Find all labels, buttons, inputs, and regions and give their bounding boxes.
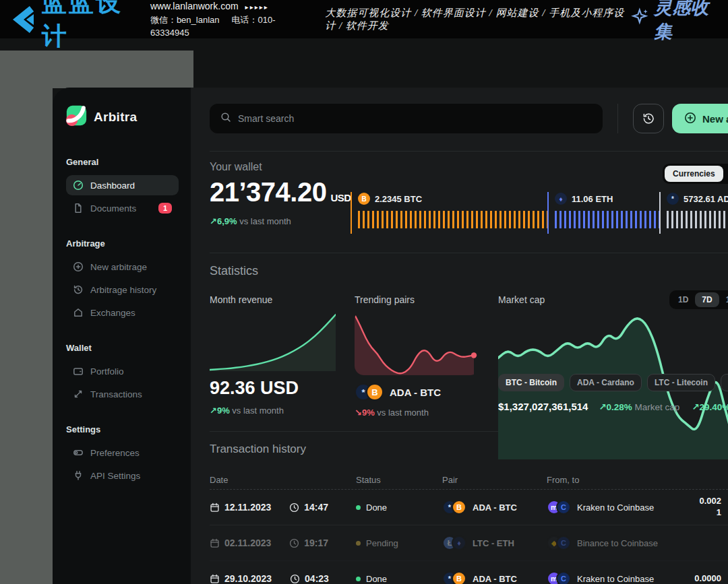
wallet-segment-btc: B2.2345 BTC [351, 192, 547, 234]
wallet-view-tabs: Currencies Exchanges [663, 164, 728, 184]
status-dot [356, 541, 361, 546]
tx-date: 02.11.2023 [224, 538, 271, 548]
trending-pairs-label: Trending pairs [355, 294, 479, 305]
plus-circle-icon [73, 261, 84, 272]
exchange-icons: mC [547, 571, 571, 584]
table-row[interactable]: 02.11.2023 19:17 Pending Ł♦LTC - ETH ◆CB… [210, 525, 728, 561]
range-1d[interactable]: 1D [671, 292, 695, 307]
plus-circle-icon [684, 112, 696, 126]
sidebar-item-portfolio[interactable]: Portfolio [66, 361, 179, 381]
tx-amount: 0.0000 [681, 573, 728, 584]
banner-services: 大数据可视化设计 / 软件界面设计 / 网站建设 / 手机及小程序设计 / 软件… [325, 7, 631, 32]
nav-section-title: Wallet [66, 343, 179, 353]
divider [210, 253, 728, 253]
search-icon [220, 112, 231, 125]
eth-coin-icon: ♦ [452, 536, 466, 550]
sidebar-item-label: Documents [90, 203, 136, 214]
trending-pairs-card: Trending pairs *B ADA - BTC ↘9% vs last … [355, 294, 479, 418]
sidebar-item-exchanges[interactable]: Exchanges [66, 302, 179, 323]
col-pair: Pair [442, 475, 547, 485]
pair-coin-icons: *B [355, 383, 384, 401]
pill-eth[interactable]: ETH - Ethereum [721, 374, 728, 391]
transaction-history-section: Transaction history Date Status Pair Fro… [210, 443, 728, 584]
coinbase-exchange-icon: C [556, 500, 571, 515]
trending-pairs-chart [355, 311, 479, 375]
screenshot-stage: 蓝蓝设计 www.lanlanwork.com▸▸▸▸▸ 微信：ben_lanl… [0, 0, 728, 584]
tx-time: 19:17 [304, 538, 328, 548]
market-cap-value: $1,327,027,361,514 [498, 401, 588, 412]
coinbase-exchange-icon: C [556, 536, 571, 550]
status-badge: Done [366, 502, 387, 513]
month-revenue-card: Month revenue 92.36 USD ↗9% vs last mont… [210, 294, 336, 418]
arbitra-app-window: Arbitra General Dashboard Documents 1 [53, 88, 728, 584]
nav-section-general: General Dashboard Documents 1 [66, 157, 179, 218]
transfer-arrows-icon [73, 389, 84, 399]
wallet-amount: 21’374.20USD [210, 177, 351, 207]
table-row[interactable]: 12.11.2023 14:47 Done *BADA - BTC mCKrak… [210, 490, 728, 525]
tx-date: 12.11.2023 [224, 502, 271, 513]
banner-collect-link[interactable]: 灵感收集 [631, 0, 712, 44]
table-header: Date Status Pair From, to [210, 471, 728, 490]
nav-section-wallet: Wallet Portfolio Transactions [66, 343, 179, 404]
new-arbitrage-button[interactable]: New arbitrage [672, 104, 728, 133]
tx-amount: 0.0021 [681, 496, 728, 519]
sidebar-item-transactions[interactable]: Transactions [66, 384, 179, 404]
sidebar-item-preferences[interactable]: Preferences [66, 443, 179, 463]
sidebar-item-label: Portfolio [90, 366, 124, 377]
pill-btc[interactable]: BTC - Bitcoin [498, 374, 564, 391]
sidebar-item-documents[interactable]: Documents 1 [66, 198, 179, 218]
banner-site-url[interactable]: www.lanlanwork.com [150, 1, 239, 11]
range-1m[interactable]: 1M [719, 292, 728, 307]
pair-coin-icons: *B [442, 500, 466, 515]
nav-section-arbitrage: Arbitrage New arbitrage Arbitrage histor… [66, 238, 179, 323]
pill-ada[interactable]: ADA - Cardano [570, 374, 642, 391]
month-revenue-chart [210, 311, 336, 371]
trending-pair: *B ADA - BTC [355, 383, 479, 401]
wallet-section: Your wallet 21’374.20USD ↗6,9% vs last m… [210, 152, 728, 253]
coinbase-exchange-icon: C [556, 571, 571, 584]
market-cap-coin-pills: BTC - Bitcoin ADA - Cardano LTC - Liteco… [498, 374, 728, 391]
status-badge: Done [366, 574, 387, 584]
main-content: New arbitrage Your wallet 21’374.20USD ↗… [191, 88, 728, 584]
table-row[interactable]: 29.10.2023 04:23 Done *BADA - BTC mCKrak… [210, 561, 728, 584]
calendar-icon [210, 502, 220, 513]
topbar: New arbitrage [210, 104, 728, 133]
search-box[interactable] [210, 104, 603, 133]
tab-exchanges[interactable]: Exchanges [725, 166, 728, 182]
sidebar-item-dashboard[interactable]: Dashboard [66, 175, 179, 195]
tx-date: 29.10.2023 [224, 573, 272, 584]
status-dot [356, 577, 361, 581]
sidebar-item-label: Exchanges [90, 308, 135, 318]
exchange-icons: mC [547, 500, 571, 515]
promo-banner: 蓝蓝设计 www.lanlanwork.com▸▸▸▸▸ 微信：ben_lanl… [0, 0, 728, 38]
month-revenue-label: Month revenue [210, 294, 336, 305]
pair-coin-icons: *B [442, 571, 466, 584]
sidebar-item-label: Arbitrage history [90, 285, 156, 295]
search-input[interactable] [238, 113, 592, 124]
month-revenue-delta: ↗9% vs last month [210, 405, 336, 416]
sidebar-item-new-arbitrage[interactable]: New arbitrage [66, 257, 179, 277]
col-status: Status [356, 475, 442, 485]
brand-name: Arbitra [94, 110, 137, 125]
calendar-icon [210, 574, 220, 584]
calendar-icon [210, 538, 220, 548]
sidebar-item-api-settings[interactable]: API Settings [66, 465, 179, 486]
statistics-section: Statistics Month revenue 92.36 USD ↗9% v… [210, 264, 728, 418]
pill-ltc[interactable]: LTC - Litecoin [647, 374, 715, 391]
brand: Arbitra [66, 105, 179, 129]
sparkle-star-icon [631, 7, 650, 31]
documents-badge: 1 [158, 203, 172, 214]
tab-currencies[interactable]: Currencies [665, 166, 723, 182]
sidebar-item-label: Dashboard [90, 181, 135, 191]
month-revenue-value: 92.36 USD [210, 378, 336, 399]
history-button[interactable] [633, 104, 664, 133]
btc-coin-icon: B [452, 571, 466, 584]
history-icon [73, 284, 84, 295]
col-from-to: From, to [547, 475, 681, 485]
page-background-left [0, 51, 53, 584]
plug-icon [73, 470, 84, 481]
wallet-icon [73, 366, 84, 377]
range-7d[interactable]: 7D [695, 292, 719, 307]
sidebar-item-arbitrage-history[interactable]: Arbitrage history [66, 280, 179, 300]
wallet-title: Your wallet [210, 161, 262, 173]
